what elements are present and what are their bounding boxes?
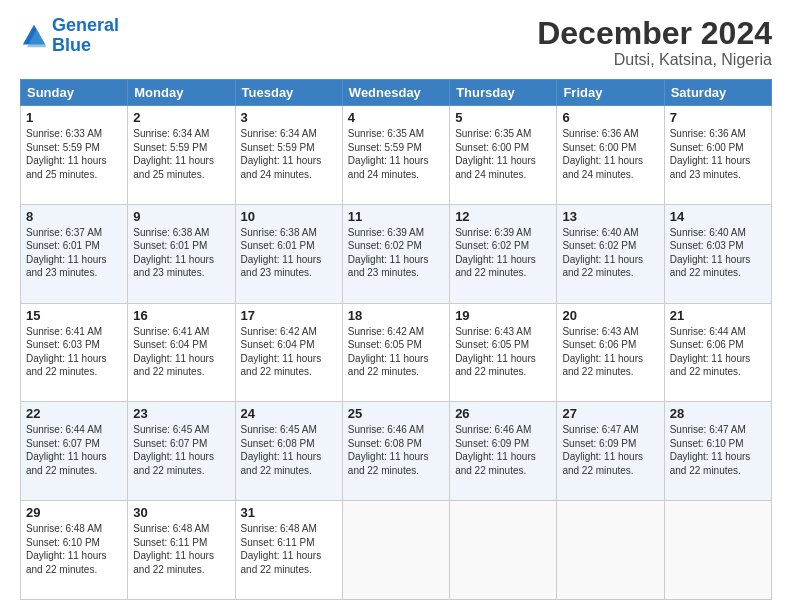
cell-info: Sunrise: 6:47 AMSunset: 6:10 PMDaylight:… [670,423,766,477]
cell-info: Sunrise: 6:47 AMSunset: 6:09 PMDaylight:… [562,423,658,477]
cell-info: Sunrise: 6:48 AMSunset: 6:10 PMDaylight:… [26,522,122,576]
logo: General Blue [20,16,119,56]
cell-info: Sunrise: 6:39 AMSunset: 6:02 PMDaylight:… [455,226,551,280]
calendar-cell: 3Sunrise: 6:34 AMSunset: 5:59 PMDaylight… [235,106,342,205]
calendar-cell [450,501,557,600]
cell-info: Sunrise: 6:41 AMSunset: 6:04 PMDaylight:… [133,325,229,379]
day-number: 4 [348,110,444,125]
cell-info: Sunrise: 6:46 AMSunset: 6:08 PMDaylight:… [348,423,444,477]
cell-info: Sunrise: 6:35 AMSunset: 5:59 PMDaylight:… [348,127,444,181]
title-area: December 2024 Dutsi, Katsina, Nigeria [537,16,772,69]
day-number: 22 [26,406,122,421]
cell-info: Sunrise: 6:42 AMSunset: 6:05 PMDaylight:… [348,325,444,379]
cell-info: Sunrise: 6:36 AMSunset: 6:00 PMDaylight:… [562,127,658,181]
calendar-cell: 16Sunrise: 6:41 AMSunset: 6:04 PMDayligh… [128,303,235,402]
calendar-cell: 22Sunrise: 6:44 AMSunset: 6:07 PMDayligh… [21,402,128,501]
calendar-body: 1Sunrise: 6:33 AMSunset: 5:59 PMDaylight… [21,106,772,600]
calendar-cell: 5Sunrise: 6:35 AMSunset: 6:00 PMDaylight… [450,106,557,205]
day-number: 21 [670,308,766,323]
calendar-cell: 14Sunrise: 6:40 AMSunset: 6:03 PMDayligh… [664,204,771,303]
calendar-cell [557,501,664,600]
cell-info: Sunrise: 6:48 AMSunset: 6:11 PMDaylight:… [133,522,229,576]
cell-info: Sunrise: 6:48 AMSunset: 6:11 PMDaylight:… [241,522,337,576]
calendar-cell: 21Sunrise: 6:44 AMSunset: 6:06 PMDayligh… [664,303,771,402]
day-number: 19 [455,308,551,323]
calendar-cell: 1Sunrise: 6:33 AMSunset: 5:59 PMDaylight… [21,106,128,205]
day-number: 11 [348,209,444,224]
calendar-cell: 13Sunrise: 6:40 AMSunset: 6:02 PMDayligh… [557,204,664,303]
day-number: 28 [670,406,766,421]
day-number: 20 [562,308,658,323]
day-number: 10 [241,209,337,224]
cell-info: Sunrise: 6:33 AMSunset: 5:59 PMDaylight:… [26,127,122,181]
day-number: 6 [562,110,658,125]
cell-info: Sunrise: 6:40 AMSunset: 6:03 PMDaylight:… [670,226,766,280]
calendar-cell: 29Sunrise: 6:48 AMSunset: 6:10 PMDayligh… [21,501,128,600]
cell-info: Sunrise: 6:45 AMSunset: 6:07 PMDaylight:… [133,423,229,477]
calendar-cell: 27Sunrise: 6:47 AMSunset: 6:09 PMDayligh… [557,402,664,501]
calendar-week-row: 15Sunrise: 6:41 AMSunset: 6:03 PMDayligh… [21,303,772,402]
cell-info: Sunrise: 6:43 AMSunset: 6:06 PMDaylight:… [562,325,658,379]
day-header-sunday: Sunday [21,80,128,106]
calendar-cell: 4Sunrise: 6:35 AMSunset: 5:59 PMDaylight… [342,106,449,205]
day-number: 13 [562,209,658,224]
cell-info: Sunrise: 6:35 AMSunset: 6:00 PMDaylight:… [455,127,551,181]
logo-icon [20,22,48,50]
day-number: 26 [455,406,551,421]
day-number: 15 [26,308,122,323]
day-number: 5 [455,110,551,125]
day-number: 23 [133,406,229,421]
calendar-table: SundayMondayTuesdayWednesdayThursdayFrid… [20,79,772,600]
cell-info: Sunrise: 6:38 AMSunset: 6:01 PMDaylight:… [241,226,337,280]
calendar-cell: 15Sunrise: 6:41 AMSunset: 6:03 PMDayligh… [21,303,128,402]
calendar-header-row: SundayMondayTuesdayWednesdayThursdayFrid… [21,80,772,106]
cell-info: Sunrise: 6:37 AMSunset: 6:01 PMDaylight:… [26,226,122,280]
cell-info: Sunrise: 6:44 AMSunset: 6:07 PMDaylight:… [26,423,122,477]
day-number: 29 [26,505,122,520]
header: General Blue December 2024 Dutsi, Katsin… [20,16,772,69]
day-number: 24 [241,406,337,421]
calendar-cell: 18Sunrise: 6:42 AMSunset: 6:05 PMDayligh… [342,303,449,402]
calendar-week-row: 8Sunrise: 6:37 AMSunset: 6:01 PMDaylight… [21,204,772,303]
day-number: 25 [348,406,444,421]
cell-info: Sunrise: 6:38 AMSunset: 6:01 PMDaylight:… [133,226,229,280]
location: Dutsi, Katsina, Nigeria [537,51,772,69]
cell-info: Sunrise: 6:34 AMSunset: 5:59 PMDaylight:… [133,127,229,181]
day-number: 30 [133,505,229,520]
day-number: 3 [241,110,337,125]
calendar-cell: 8Sunrise: 6:37 AMSunset: 6:01 PMDaylight… [21,204,128,303]
calendar-cell [664,501,771,600]
calendar-week-row: 22Sunrise: 6:44 AMSunset: 6:07 PMDayligh… [21,402,772,501]
calendar-cell: 2Sunrise: 6:34 AMSunset: 5:59 PMDaylight… [128,106,235,205]
cell-info: Sunrise: 6:36 AMSunset: 6:00 PMDaylight:… [670,127,766,181]
cell-info: Sunrise: 6:43 AMSunset: 6:05 PMDaylight:… [455,325,551,379]
day-header-saturday: Saturday [664,80,771,106]
calendar-cell: 20Sunrise: 6:43 AMSunset: 6:06 PMDayligh… [557,303,664,402]
day-number: 9 [133,209,229,224]
day-number: 1 [26,110,122,125]
cell-info: Sunrise: 6:34 AMSunset: 5:59 PMDaylight:… [241,127,337,181]
page: General Blue December 2024 Dutsi, Katsin… [0,0,792,612]
calendar-cell: 28Sunrise: 6:47 AMSunset: 6:10 PMDayligh… [664,402,771,501]
calendar-cell: 30Sunrise: 6:48 AMSunset: 6:11 PMDayligh… [128,501,235,600]
day-number: 12 [455,209,551,224]
calendar-cell: 6Sunrise: 6:36 AMSunset: 6:00 PMDaylight… [557,106,664,205]
calendar-cell: 17Sunrise: 6:42 AMSunset: 6:04 PMDayligh… [235,303,342,402]
day-number: 17 [241,308,337,323]
calendar-week-row: 29Sunrise: 6:48 AMSunset: 6:10 PMDayligh… [21,501,772,600]
calendar-cell: 19Sunrise: 6:43 AMSunset: 6:05 PMDayligh… [450,303,557,402]
day-number: 7 [670,110,766,125]
calendar-cell: 10Sunrise: 6:38 AMSunset: 6:01 PMDayligh… [235,204,342,303]
calendar-cell: 25Sunrise: 6:46 AMSunset: 6:08 PMDayligh… [342,402,449,501]
day-number: 2 [133,110,229,125]
day-number: 16 [133,308,229,323]
day-number: 31 [241,505,337,520]
calendar-cell: 12Sunrise: 6:39 AMSunset: 6:02 PMDayligh… [450,204,557,303]
day-number: 18 [348,308,444,323]
calendar-cell: 26Sunrise: 6:46 AMSunset: 6:09 PMDayligh… [450,402,557,501]
day-header-wednesday: Wednesday [342,80,449,106]
calendar-cell: 11Sunrise: 6:39 AMSunset: 6:02 PMDayligh… [342,204,449,303]
day-number: 14 [670,209,766,224]
calendar-cell [342,501,449,600]
cell-info: Sunrise: 6:39 AMSunset: 6:02 PMDaylight:… [348,226,444,280]
